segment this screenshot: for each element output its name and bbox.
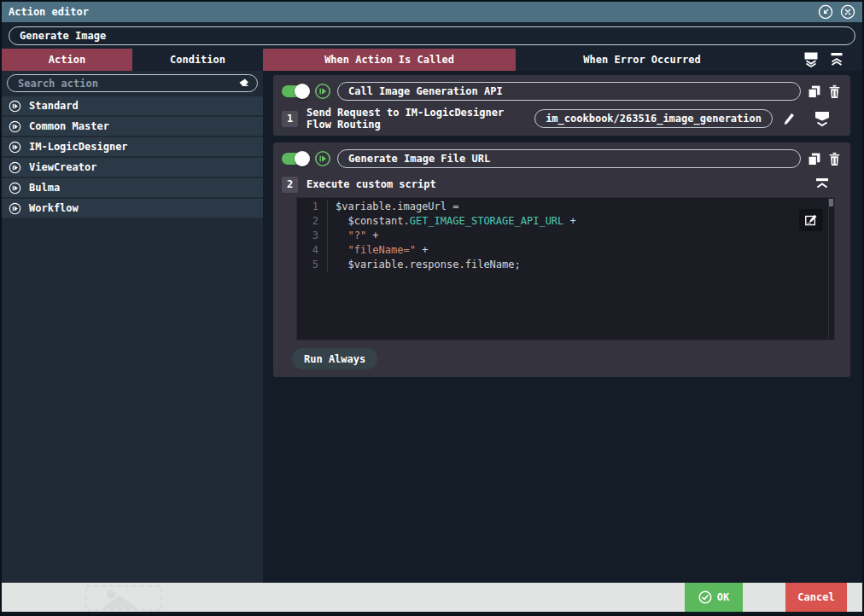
card-summary-row: 1 Send Request to IM-LogicDesigner Flow … (282, 107, 842, 131)
code-line: 3 "?" + (297, 229, 834, 243)
expand-all-icon[interactable] (803, 51, 820, 68)
open-editor-popup-icon[interactable] (799, 209, 823, 231)
card-footer: Run Always (282, 348, 842, 372)
toggle-knob (295, 84, 310, 99)
script-editor[interactable]: 1 $variable.imageUrl = 2 $constant.GET_I… (296, 197, 835, 340)
code-text: $variable.response.fileName; (328, 258, 521, 272)
fold-controls (803, 51, 862, 68)
duplicate-action-icon[interactable] (807, 152, 821, 166)
enable-action-toggle[interactable] (282, 85, 308, 97)
category-label: ViewCreator (29, 161, 96, 173)
card-header (282, 148, 842, 170)
category-item-common-master[interactable]: Common Master (2, 117, 263, 136)
expand-category-icon (9, 161, 21, 174)
drag-ghost-image (85, 585, 162, 614)
line-number: 2 (297, 214, 328, 229)
main-area: Action Condition Standard Common Master (2, 49, 862, 583)
right-panel: When Action Is Called When Error Occurre… (263, 49, 862, 583)
flow-routing-pill[interactable]: im_cookbook/263516_image_generation (534, 109, 773, 128)
tab-when-error-occurred[interactable]: When Error Occurred (516, 49, 768, 71)
titlebar: Action editor (2, 2, 862, 22)
code-line: 2 $constant.GET_IMAGE_STORAGE_API_URL + (297, 214, 834, 229)
code-text: $constant.GET_IMAGE_STORAGE_API_URL + (328, 214, 576, 229)
category-list: Standard Common Master IM-LogicDesigner … (2, 96, 263, 218)
line-number: 3 (297, 229, 328, 243)
category-item-bulma[interactable]: Bulma (2, 178, 263, 197)
category-label: Workflow (29, 202, 79, 214)
ok-label: OK (717, 591, 729, 603)
edit-routing-icon[interactable] (781, 112, 796, 126)
left-tabs: Action Condition (2, 49, 263, 71)
clear-search-icon[interactable] (237, 77, 250, 90)
category-label: IM-LogicDesigner (29, 141, 128, 153)
delete-action-icon[interactable] (827, 152, 842, 166)
ok-button[interactable]: OK (685, 583, 743, 612)
search-wrap (7, 74, 258, 92)
right-tabs: When Action Is Called When Error Occurre… (263, 49, 862, 71)
expand-category-icon (9, 202, 21, 215)
action-title-input[interactable] (337, 82, 801, 101)
enable-action-toggle[interactable] (282, 153, 308, 165)
action-description: Send Request to IM-LogicDesigner Flow Ro… (306, 107, 526, 131)
action-description: Execute custom script (306, 178, 436, 190)
editor-scrollbar[interactable] (828, 199, 833, 339)
action-name-input[interactable] (9, 26, 855, 45)
expand-category-icon (9, 120, 21, 133)
code-text: "?" + (328, 229, 379, 243)
delete-action-icon[interactable] (827, 84, 842, 99)
minimize-dialog-icon[interactable] (818, 4, 833, 20)
code-text: "fileName=" + (328, 243, 428, 258)
step-number-badge: 1 (282, 111, 298, 127)
step-number-badge: 2 (282, 177, 298, 193)
category-item-im-logicdesigner[interactable]: IM-LogicDesigner (2, 137, 263, 156)
category-item-standard[interactable]: Standard (2, 96, 263, 115)
code-text: $variable.imageUrl = (328, 200, 459, 214)
category-label: Standard (29, 100, 79, 112)
expand-category-icon (9, 100, 21, 113)
line-number: 4 (297, 243, 328, 258)
scrollbar-thumb[interactable] (829, 199, 833, 206)
toggle-knob (295, 151, 310, 166)
tab-condition[interactable]: Condition (132, 49, 263, 71)
duplicate-action-icon[interactable] (807, 84, 821, 99)
collapse-card-icon[interactable] (813, 176, 832, 193)
cancel-button[interactable]: Cancel (785, 583, 847, 612)
line-number: 1 (297, 200, 328, 214)
action-category-panel: Standard Common Master IM-LogicDesigner … (2, 71, 263, 583)
code-line: 4 "fileName=" + (297, 243, 834, 258)
category-label: Common Master (29, 120, 109, 132)
collapse-all-icon[interactable] (828, 51, 845, 68)
expand-category-icon (9, 141, 21, 154)
expand-category-icon (9, 182, 21, 195)
line-number: 5 (297, 258, 328, 272)
run-always-button[interactable]: Run Always (292, 348, 377, 369)
run-action-button[interactable] (314, 83, 331, 100)
action-title-input[interactable] (337, 149, 801, 168)
expand-card-icon[interactable] (813, 110, 832, 127)
card-summary-row: 2 Execute custom script (282, 174, 842, 195)
tab-when-action-is-called[interactable]: When Action Is Called (263, 49, 516, 71)
dialog-title: Action editor (9, 6, 89, 18)
category-label: Bulma (29, 182, 60, 194)
code-line: 1 $variable.imageUrl = (297, 200, 834, 214)
action-flow-panel: 1 Send Request to IM-LogicDesigner Flow … (263, 71, 862, 583)
run-action-button[interactable] (314, 150, 331, 167)
code-line: 5 $variable.response.fileName; (297, 258, 834, 272)
action-card-2: 2 Execute custom script 1 $variable.imag… (273, 142, 850, 377)
card-header (282, 80, 842, 102)
close-dialog-icon[interactable] (840, 4, 855, 20)
action-card-1: 1 Send Request to IM-LogicDesigner Flow … (273, 75, 850, 136)
tab-action[interactable]: Action (2, 49, 132, 71)
action-name-row (2, 22, 862, 49)
search-action-input[interactable] (7, 74, 258, 92)
category-item-viewcreator[interactable]: ViewCreator (2, 158, 263, 177)
left-panel: Action Condition Standard Common Master (2, 49, 263, 583)
footer-bar: OK Cancel (2, 583, 862, 614)
titlebar-icons (818, 4, 855, 20)
check-icon (698, 590, 712, 604)
category-item-workflow[interactable]: Workflow (2, 199, 263, 218)
